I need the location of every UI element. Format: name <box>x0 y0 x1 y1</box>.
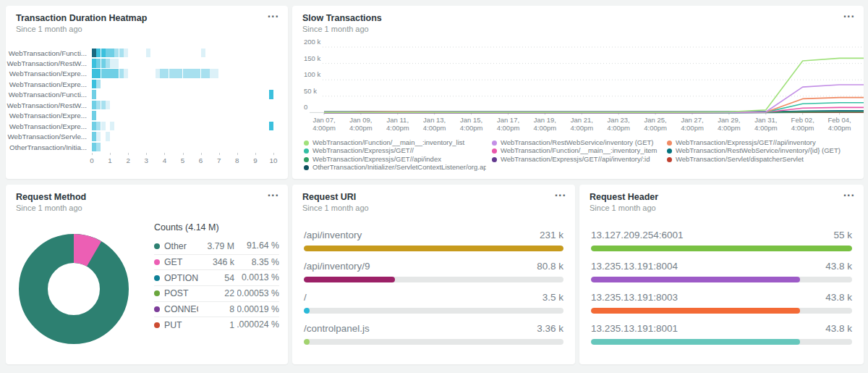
bar-label-row: 13.235.13.191:800143.8 k <box>591 323 852 334</box>
method-label: PUT <box>164 320 198 330</box>
heatmap-cell <box>156 69 160 78</box>
bar-list-row: 13.235.13.191:800143.8 k <box>591 323 852 345</box>
heatmap-cell <box>92 69 96 78</box>
legend-item[interactable]: WebTransaction/RestWebService/inventory … <box>492 138 661 146</box>
legend-label: WebTransaction/Expressjs/GET//api/invent… <box>676 138 816 146</box>
bar-fill <box>304 339 310 345</box>
heatmap-row-label: WebTransaction/Expre... <box>6 70 87 77</box>
bar-fill <box>591 339 800 345</box>
ellipsis-menu-icon[interactable]: ... <box>268 186 279 199</box>
heatmap-cell <box>205 69 210 78</box>
counts-table-row[interactable]: PUT10.000024 % <box>154 317 279 332</box>
heatmap-cell <box>160 69 164 78</box>
heatmap-cell <box>101 69 106 78</box>
legend-label: WebTransaction/RestWebService/inventory/… <box>676 146 841 154</box>
bar-fill <box>304 246 563 251</box>
bar-track <box>591 339 852 345</box>
heatmap-cell <box>187 69 192 78</box>
method-count: 54 <box>198 273 234 283</box>
counts-table-row[interactable]: GET346 k8.35 % <box>154 254 279 270</box>
method-percent-value: 0.000024 % <box>237 319 279 330</box>
panel-title: Request Method <box>16 192 86 202</box>
bar-value: 43.8 k <box>825 323 852 334</box>
legend-color-dot <box>154 243 160 249</box>
heatmap-cell <box>124 49 128 58</box>
bar-track <box>591 308 852 314</box>
legend-color-dot <box>154 259 160 265</box>
legend-item[interactable]: OtherTransaction/Initializer/ServletCont… <box>304 163 486 171</box>
bar-label-row: /api/inventory/980.8 k <box>304 261 563 272</box>
bar-value: 43.8 k <box>825 292 852 303</box>
method-percent: 0.00053 % <box>237 288 279 299</box>
bar-list-row: 13.235.13.191:800443.8 k <box>591 261 852 282</box>
counts-table-row[interactable]: CONNECT80.00019 % <box>154 301 279 317</box>
legend-item[interactable]: WebTransaction/Expressjs/GET//api/invent… <box>667 138 856 146</box>
legend-color-dot <box>304 157 309 162</box>
heatmap-cell <box>106 132 110 141</box>
heatmap-cell <box>101 59 106 68</box>
bar-list-row: /3.5 k <box>304 292 563 314</box>
counts-table-row[interactable]: Other3.79 M91.64 % <box>154 238 279 254</box>
x-axis-tick-label: 9 <box>247 156 264 164</box>
x-axis-tick-label: 5 <box>174 156 192 164</box>
legend-color-dot <box>154 275 160 281</box>
heatmap-cell <box>96 122 101 131</box>
bar-list: /api/inventory231 k/api/inventory/980.8 … <box>292 185 575 364</box>
heatmap-cell <box>92 80 96 89</box>
counts-table-row[interactable]: POST220.00053 % <box>154 285 279 301</box>
method-percent: 0.000024 % <box>237 319 279 330</box>
legend-color-dot <box>667 157 672 162</box>
legend-item[interactable]: WebTransaction/RestWebService/inventory/… <box>667 146 856 154</box>
bar-list-row: 13.127.209.254:600155 k <box>591 230 852 251</box>
heatmap-cell <box>269 90 273 99</box>
heatmap-cell <box>214 69 218 78</box>
bar-value: 43.8 k <box>825 261 852 272</box>
method-percent: 0.00019 % <box>237 304 279 315</box>
heatmap-cell <box>106 49 110 58</box>
axis-tick <box>273 153 274 155</box>
heatmap-row-label: OtherTransaction/Initia... <box>6 143 87 151</box>
heatmap-row-label: WebTransaction/Functi... <box>6 91 87 99</box>
heatmap-cell <box>119 69 124 78</box>
panel-request-method: Request Method Since 1 month ago ... Cou… <box>6 185 288 364</box>
heatmap-cell <box>96 80 101 89</box>
bar-list-row: 13.235.13.191:800343.8 k <box>591 292 852 314</box>
legend-item[interactable]: WebTransaction/Function/__main__:invento… <box>304 138 486 146</box>
bar-fill <box>591 277 800 282</box>
method-count: 8 <box>198 304 234 314</box>
method-label: OPTIONS <box>164 273 198 283</box>
x-axis-tick-label: 8 <box>229 156 246 164</box>
bar-list-row: /api/inventory231 k <box>304 230 563 251</box>
bar-label-row: /controlpanel.js3.36 k <box>304 323 563 334</box>
legend-item[interactable]: WebTransaction/Function/__main__:invento… <box>492 146 661 154</box>
bar-label: /api/inventory <box>304 230 362 240</box>
bar-label: 13.127.209.254:6001 <box>591 230 684 240</box>
legend-label: WebTransaction/Function/__main__:invento… <box>501 146 658 154</box>
bar-value: 3.5 k <box>542 292 563 303</box>
bar-value: 3.36 k <box>537 323 563 334</box>
axis-tick <box>237 153 238 155</box>
bar-track <box>304 277 563 282</box>
legend-item[interactable]: WebTransaction/Expressjs/GET//api/invent… <box>492 155 661 163</box>
x-axis-tick-label: 3 <box>137 156 155 164</box>
bar-list-row: /controlpanel.js3.36 k <box>304 323 563 345</box>
heatmap-cell <box>110 122 114 131</box>
legend-item[interactable]: WebTransaction/Servlet/dispatcherServlet <box>667 155 856 163</box>
legend-label: WebTransaction/Servlet/dispatcherServlet <box>676 155 804 163</box>
counts-table-row[interactable]: OPTIONS540.0013 % <box>154 269 279 285</box>
heatmap-cell <box>96 59 101 68</box>
legend-item[interactable]: WebTransaction/Expressjs/GET// <box>304 146 486 154</box>
method-count: 3.79 M <box>198 241 234 251</box>
heatmap-cell <box>114 59 119 68</box>
bar-fill <box>591 246 852 251</box>
legend-color-dot <box>154 290 160 296</box>
legend-color-dot <box>667 148 672 154</box>
bar-label-row: 13.127.209.254:600155 k <box>591 230 852 240</box>
method-count: 22 <box>198 288 234 298</box>
bar-label: / <box>304 292 307 303</box>
heatmap-row-label: WebTransaction/Functi... <box>6 49 87 57</box>
legend-item[interactable]: WebTransaction/Expressjs/GET//api/index <box>304 155 486 163</box>
heatmap-row-label: WebTransaction/Servle... <box>6 133 87 141</box>
heatmap-cell <box>96 49 101 58</box>
bar-label-row: /api/inventory231 k <box>304 230 563 240</box>
